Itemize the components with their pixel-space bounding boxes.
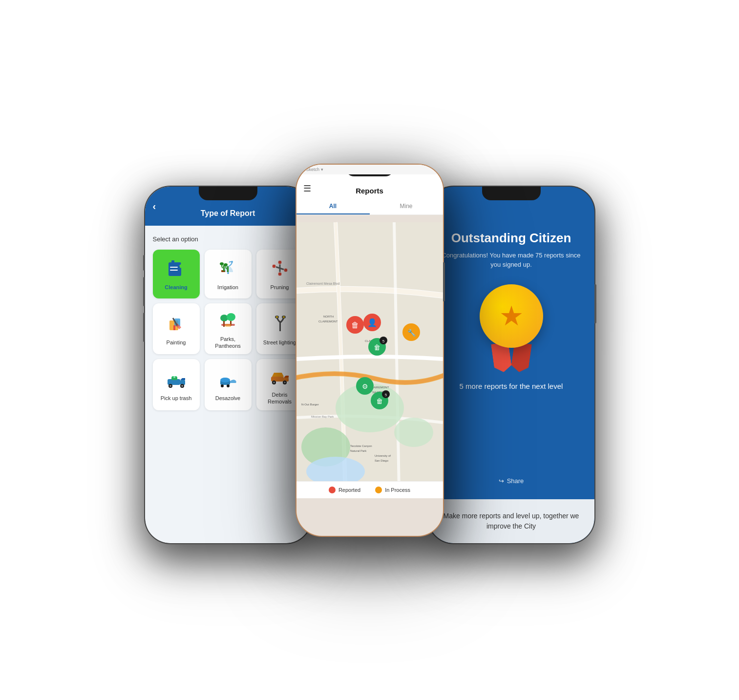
power-button-2 (443, 262, 445, 301)
screen1-body: Select an option (145, 226, 311, 425)
svg-point-39 (220, 378, 230, 382)
svg-point-11 (272, 264, 276, 268)
tab-mine[interactable]: Mine (370, 199, 443, 214)
svg-text:NORTH: NORTH (323, 315, 334, 318)
parks-label: Parks, Pantheons (209, 336, 248, 350)
scene: ‹ Type of Report Select an option (77, 33, 663, 668)
map-svg: Clairemont Mesa Blvd Mission Bay Park Te… (296, 215, 443, 498)
svg-point-33 (169, 385, 171, 387)
next-level-text: 5 more reports for the next level (460, 382, 563, 390)
svg-point-52 (394, 418, 433, 447)
map-legend: Reported In Process (296, 481, 443, 498)
grid-item-parks[interactable]: Parks, Pantheons (205, 303, 252, 355)
irrigation-icon (218, 258, 238, 281)
svg-point-48 (284, 382, 286, 383)
svg-point-14 (278, 272, 282, 276)
back-button[interactable]: ‹ (153, 200, 156, 212)
svg-rect-42 (271, 377, 284, 382)
legend-in-process: In Process (375, 487, 410, 493)
menu-icon[interactable]: ☰ (303, 183, 311, 194)
svg-text:🗑: 🗑 (376, 397, 383, 405)
screen-citizen: ‹ Outstanding Citizen Congratulations! Y… (428, 187, 594, 543)
pickup-icon (167, 369, 186, 392)
svg-point-8 (231, 261, 233, 263)
svg-text:🗑: 🗑 (374, 343, 380, 351)
grid-item-irrigation[interactable]: Irrigation (205, 250, 252, 298)
svg-rect-4 (223, 265, 225, 271)
svg-text:Natural Park: Natural Park (350, 449, 367, 452)
select-label: Select an option (153, 235, 303, 243)
svg-point-35 (181, 385, 183, 387)
screen-report-type: ‹ Type of Report Select an option (145, 187, 311, 543)
svg-text:San Diego: San Diego (375, 459, 389, 462)
reported-label: Reported (338, 487, 360, 493)
grid-item-desazolve[interactable]: Desazolve (205, 359, 252, 410)
reports-title: Reports (356, 187, 383, 195)
screen3-footer: Make more reports and level up, together… (428, 499, 594, 543)
svg-text:👤: 👤 (367, 318, 377, 327)
cleaning-label: Cleaning (165, 284, 187, 291)
svg-point-29 (276, 316, 278, 318)
page-title: Type of Report (201, 209, 255, 218)
reported-dot (329, 487, 336, 493)
phone-2: Sketch ▾ ☰ Reports All Mine (296, 165, 443, 536)
painting-label: Painting (167, 339, 186, 346)
sketch-label: Sketch ▾ (306, 167, 323, 172)
svg-point-20 (227, 313, 235, 321)
grid-row-3: Pick up trash (153, 359, 303, 410)
share-label: Share (507, 477, 524, 485)
grid-row-1: Cleaning (153, 250, 303, 298)
svg-rect-44 (274, 373, 282, 377)
pruning-label: Pruning (271, 284, 289, 291)
pickup-label: Pick up trash (161, 395, 192, 402)
svg-rect-25 (279, 322, 281, 331)
phone-1: ‹ Type of Report Select an option (145, 187, 311, 543)
svg-text:5: 5 (382, 339, 384, 343)
outstanding-subtitle: Congratulations! You have made 75 report… (440, 251, 583, 270)
grid-item-pickup[interactable]: Pick up trash (153, 359, 200, 410)
cleaning-icon (167, 258, 186, 281)
tab-all[interactable]: All (296, 199, 370, 214)
share-icon: ↪ (499, 477, 504, 485)
street-lighting-label: Street lighting (263, 339, 296, 346)
svg-text:CLAIREMONT: CLAIREMONT (318, 320, 338, 323)
svg-rect-17 (173, 325, 175, 330)
svg-point-46 (273, 382, 275, 383)
medal-circle: ★ (480, 284, 543, 348)
svg-text:🗑: 🗑 (351, 321, 359, 329)
svg-point-7 (224, 263, 228, 266)
parks-icon (218, 310, 238, 333)
notch-3 (482, 187, 541, 200)
svg-point-12 (284, 268, 288, 272)
medal-star-icon: ★ (499, 300, 524, 332)
grid-item-cleaning[interactable]: Cleaning (153, 250, 200, 298)
map-area: Clairemont Mesa Blvd Mission Bay Park Te… (296, 215, 443, 498)
screen3-content: Outstanding Citizen Congratulations! You… (428, 221, 594, 499)
pruning-icon (270, 258, 290, 281)
grid-row-2: Painting (153, 303, 303, 355)
svg-text:N-Out Burger: N-Out Burger (301, 403, 319, 406)
grid-item-painting[interactable]: Painting (153, 303, 200, 355)
power-button-3 (594, 284, 596, 323)
svg-text:5: 5 (384, 393, 387, 397)
svg-point-13 (278, 260, 282, 264)
sketch-dot (300, 168, 304, 171)
in-process-label: In Process (385, 487, 410, 493)
svg-point-28 (283, 316, 285, 318)
svg-point-5 (220, 262, 224, 265)
notch (199, 187, 257, 200)
svg-text:Clairemont Mesa Blvd: Clairemont Mesa Blvd (306, 282, 340, 285)
mute-button (143, 255, 145, 271)
irrigation-label: Irrigation (217, 284, 238, 291)
share-button[interactable]: ↪ Share (499, 477, 524, 485)
sketch-bar: Sketch ▾ (296, 165, 443, 174)
medal: ★ (475, 284, 548, 372)
svg-rect-0 (169, 262, 181, 276)
svg-point-40 (221, 384, 224, 387)
screen2-tabs: All Mine (296, 199, 443, 215)
street-lighting-icon (270, 314, 290, 336)
phone-3: ‹ Outstanding Citizen Congratulations! Y… (428, 187, 594, 543)
svg-point-41 (227, 384, 230, 387)
debris-icon (270, 366, 290, 388)
debris-label: Debris Removals (260, 391, 299, 405)
